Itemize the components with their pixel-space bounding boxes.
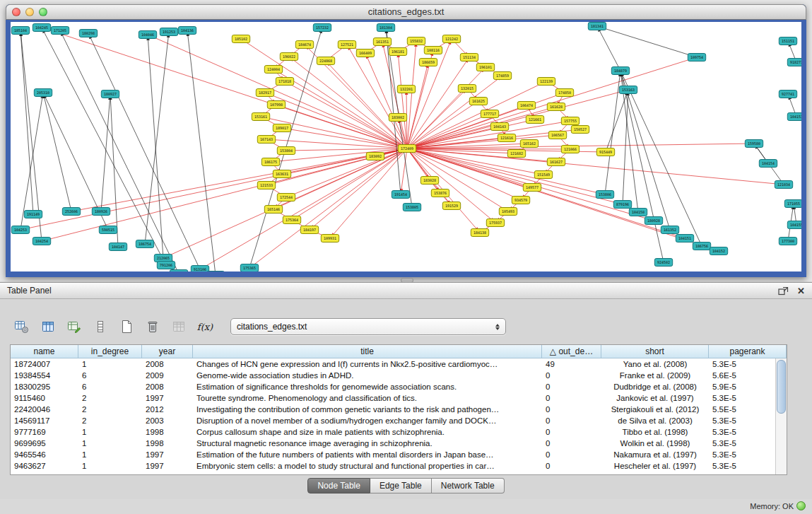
cell-name[interactable]: 18300295	[11, 381, 78, 392]
graph-node[interactable]: 191253	[160, 28, 177, 36]
cell-out_degree[interactable]: 0	[542, 449, 601, 460]
close-window-button[interactable]	[12, 8, 20, 16]
graph-node[interactable]: 161352	[661, 226, 678, 234]
cell-short[interactable]: Stergiakouli et al. (2012)	[601, 404, 709, 415]
graph-node[interactable]: 196022	[280, 53, 298, 61]
cell-year[interactable]: 1998	[142, 426, 193, 438]
graph-node[interactable]: 180926	[92, 208, 110, 216]
graph-node[interactable]: 191529	[442, 202, 460, 210]
cell-name[interactable]: 9465546	[11, 449, 78, 460]
cell-title[interactable]: Embryonic stem cells: a model to study s…	[193, 460, 542, 472]
graph-node[interactable]: 121066	[561, 146, 579, 153]
cell-in_degree[interactable]: 1	[78, 358, 142, 370]
table-row[interactable]: 2242004622012Investigating the contribut…	[11, 404, 787, 415]
graph-node[interactable]: 191454	[392, 191, 409, 199]
graph-node[interactable]: 151549	[534, 171, 552, 179]
graph-node[interactable]: 132015	[458, 85, 476, 93]
cell-out_degree[interactable]: 0	[542, 438, 601, 449]
column-settings-button[interactable]	[11, 317, 33, 337]
graph-node[interactable]: 175937	[486, 219, 504, 227]
graph-node[interactable]: 104253	[11, 226, 29, 234]
graph-node[interactable]: 157232	[313, 24, 331, 32]
graph-node[interactable]: 124004	[264, 66, 282, 74]
column-header-pagerank[interactable]: pagerank	[709, 345, 787, 358]
graph-node[interactable]: 171818	[276, 78, 293, 86]
graph-node[interactable]: 184138	[471, 229, 488, 237]
graph-edge[interactable]	[365, 53, 407, 148]
graph-node[interactable]: 104143	[490, 123, 508, 131]
table-row[interactable]: 946362711997Embryonic stem cells: a mode…	[11, 460, 787, 472]
graph-edge[interactable]	[407, 148, 495, 223]
graph-node[interactable]: 189017	[273, 124, 290, 132]
cell-out_degree[interactable]: 0	[542, 404, 601, 415]
graph-node[interactable]: 212065	[154, 255, 172, 262]
graph-edge[interactable]	[42, 148, 407, 241]
graph-node[interactable]: 161351	[373, 38, 391, 46]
cell-name[interactable]: 9463627	[11, 460, 78, 472]
graph-edge[interactable]	[597, 26, 620, 71]
tab-node-table[interactable]: Node Table	[307, 478, 370, 493]
cell-name[interactable]: 19384554	[11, 370, 78, 381]
cell-name[interactable]: 14569117	[11, 415, 78, 426]
graph-node[interactable]: 174859	[493, 72, 511, 80]
graph-edge[interactable]	[407, 39, 452, 148]
cell-in_degree[interactable]: 6	[78, 381, 142, 392]
graph-node[interactable]: 104154	[759, 160, 777, 168]
graph-edge[interactable]	[187, 30, 216, 271]
graph-node[interactable]: 186754	[136, 240, 153, 248]
cell-in_degree[interactable]: 6	[78, 370, 142, 381]
graph-node[interactable]: 165146	[264, 206, 282, 214]
graph-edge[interactable]	[289, 57, 407, 148]
cell-year[interactable]: 2008	[142, 381, 193, 392]
graph-edge[interactable]	[43, 93, 71, 211]
graph-node[interactable]: 161628	[547, 103, 565, 111]
cell-name[interactable]: 9699695	[11, 438, 78, 449]
graph-node[interactable]: 879196	[613, 201, 631, 209]
graph-node[interactable]: 104149	[206, 271, 224, 272]
cell-short[interactable]: Wolkin et al. (1998)	[601, 438, 709, 449]
graph-edge[interactable]	[623, 90, 628, 204]
graph-node[interactable]: 913106	[191, 266, 208, 272]
graph-node[interactable]: 167143	[257, 136, 275, 144]
table-row[interactable]: 969969511998Structural magnetic resonanc…	[11, 438, 787, 449]
graph-node[interactable]: 175365	[240, 264, 258, 272]
graph-node[interactable]: 150527	[571, 126, 589, 134]
graph-node[interactable]: 182917	[256, 89, 273, 97]
new-column-button[interactable]	[116, 317, 137, 337]
graph-edge[interactable]	[597, 26, 697, 57]
cell-short[interactable]: Nakamura et al. (1997)	[601, 449, 709, 460]
graph-node[interactable]: 106567	[548, 132, 566, 139]
graph-node[interactable]: 934579	[512, 197, 529, 204]
graph-edge[interactable]	[407, 121, 570, 148]
graph-node[interactable]: 109754	[688, 54, 705, 62]
cell-year[interactable]: 1997	[142, 392, 193, 404]
graph-node[interactable]: 153163	[619, 86, 637, 94]
cell-out_degree[interactable]: 49	[542, 358, 601, 370]
graph-node[interactable]: 924502	[654, 259, 672, 267]
graph-node[interactable]: 105493	[499, 208, 517, 216]
graph-node[interactable]: 122139	[537, 78, 555, 86]
graph-node[interactable]: 181341	[588, 23, 606, 30]
cell-out_degree[interactable]: 0	[542, 460, 601, 472]
tab-edge-table[interactable]: Edge Table	[370, 478, 432, 493]
cell-name[interactable]: 18724007	[11, 358, 78, 370]
graph-edge[interactable]	[407, 88, 467, 148]
graph-edge[interactable]	[20, 30, 33, 214]
graph-node[interactable]: 109931	[321, 235, 339, 243]
import-table-button[interactable]	[168, 317, 189, 337]
graph-node[interactable]: 153806	[596, 191, 613, 199]
graph-node[interactable]: 104150	[629, 209, 647, 216]
graph-edge[interactable]	[382, 42, 407, 148]
graph-node[interactable]: 185104	[11, 27, 29, 35]
tab-network-table[interactable]: Network Table	[432, 478, 505, 493]
graph-node[interactable]: 196101	[476, 64, 494, 71]
cell-year[interactable]: 2003	[142, 415, 193, 426]
delete-column-button[interactable]	[142, 317, 163, 337]
cell-short[interactable]: Franke et al. (2009)	[601, 370, 709, 381]
graph-node[interactable]: 149577	[523, 184, 541, 192]
network-table-select[interactable]: citations_edges.txt	[230, 318, 506, 335]
graph-edge[interactable]	[407, 144, 754, 148]
graph-edge[interactable]	[401, 148, 407, 194]
graph-node[interactable]: 104046	[139, 31, 156, 39]
cell-title[interactable]: Genome-wide association studies in ADHD.	[193, 370, 542, 381]
